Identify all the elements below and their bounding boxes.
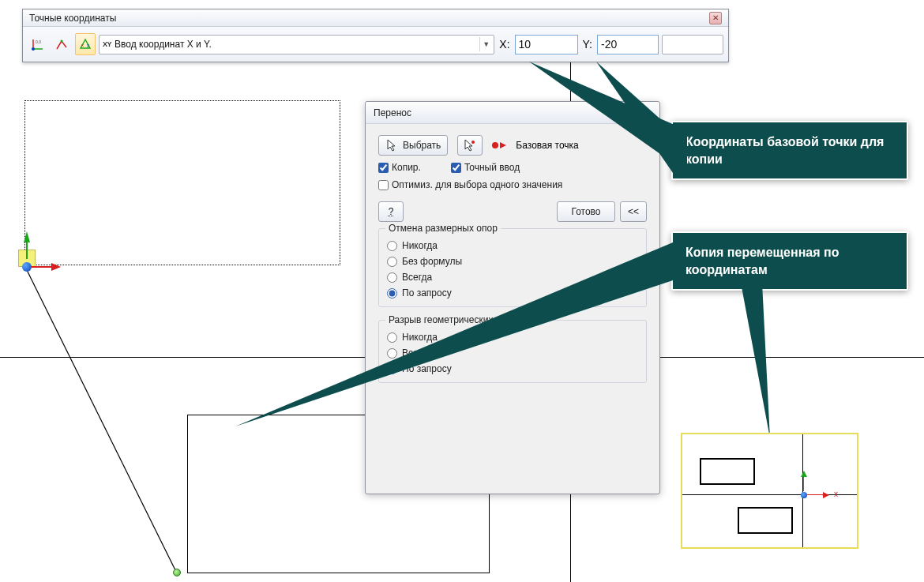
canvas-axis-v-bottom	[570, 494, 571, 582]
help-button[interactable]: ?	[378, 201, 404, 222]
mode-rel-icon[interactable]	[51, 33, 72, 55]
preview-rect-bottom	[738, 507, 793, 534]
done-button[interactable]: Готово	[557, 201, 615, 222]
g1-opt-3-label: По запросу	[402, 287, 452, 299]
select-button[interactable]: Выбрать	[378, 135, 448, 156]
move-dialog: Перенос Выбрать Базовая точка Копир. Точ…	[365, 101, 660, 494]
preview-rect-top	[700, 458, 755, 485]
canvas-axis-h-left	[0, 357, 365, 358]
copy-cb-label: Копир.	[392, 162, 421, 173]
done-button-label: Готово	[571, 206, 600, 217]
canvas-axis-v-top	[570, 62, 571, 101]
g1-opt-2[interactable]: Всегда	[387, 272, 638, 283]
g1-opt-0-label: Никогда	[402, 240, 438, 251]
y-label: Y:	[581, 38, 594, 51]
mode-polar-icon[interactable]: xy	[75, 33, 96, 55]
combo-text: Ввод координат X и Y.	[115, 39, 479, 50]
group-break-geometric: Разрыв геометрических опор Никогда Всегд…	[378, 320, 647, 383]
g1-opt-3[interactable]: По запросу	[387, 287, 638, 299]
g1-opt-0[interactable]: Никогда	[387, 240, 638, 251]
svg-marker-11	[741, 283, 770, 438]
g2-opt-2[interactable]: По запросу	[387, 363, 638, 374]
g1-opt-1-label: Без формулы	[402, 256, 462, 267]
g2-opt-0-label: Никогда	[402, 332, 438, 343]
exact-checkbox-input[interactable]	[451, 163, 461, 173]
x-label: X:	[498, 38, 511, 51]
g2-opt-0[interactable]: Никогда	[387, 332, 638, 343]
close-icon[interactable]: ✕	[709, 12, 722, 24]
group-cancel-dimensions: Отмена размерных опор Никогда Без формул…	[378, 228, 647, 307]
g1-opt-2-label: Всегда	[402, 272, 432, 283]
dialog-title: Перенос	[374, 107, 411, 118]
trailing-field[interactable]	[662, 35, 723, 54]
coord-mode-combo[interactable]: XY Ввод координат X и Y. ▼	[99, 35, 494, 54]
preview-box: x	[681, 433, 858, 549]
svg-line-0	[24, 265, 177, 573]
callout-bottom: Копия перемещенная по координатам	[671, 231, 908, 291]
toolbar-titlebar[interactable]: Точные координаты ✕	[23, 9, 728, 27]
help-icon: ?	[389, 206, 394, 217]
group1-legend: Отмена размерных опор	[385, 223, 501, 234]
pick-cursor-button[interactable]	[457, 135, 483, 156]
svg-point-1	[32, 47, 35, 51]
mode-abs-icon[interactable]: 0,0	[28, 33, 48, 55]
canvas-axis-h-right	[660, 357, 924, 358]
original-rect-dotted	[24, 100, 340, 265]
optimize-checkbox-input[interactable]	[378, 180, 389, 190]
drag-end-point	[173, 569, 181, 576]
svg-text:0,0: 0,0	[36, 39, 41, 44]
optimize-cb-label: Оптимиз. для выбора одного значения	[392, 179, 562, 190]
toolbar-body: 0,0 xy XY Ввод координат X и Y. ▼ X: Y:	[23, 27, 728, 62]
g2-opt-1-label: Всегда	[402, 347, 432, 359]
toolbar-title: Точные координаты	[29, 13, 116, 24]
copy-checkbox[interactable]: Копир.	[378, 162, 421, 173]
g2-opt-2-label: По запросу	[402, 363, 452, 374]
select-button-label: Выбрать	[403, 140, 441, 151]
svg-text:x: x	[81, 43, 84, 47]
x-input[interactable]	[515, 35, 578, 54]
group2-legend: Разрыв геометрических опор	[385, 314, 520, 325]
preview-axis-h	[682, 494, 857, 495]
svg-text:y: y	[87, 43, 89, 47]
collapse-button-label: <<	[628, 206, 639, 217]
optimize-checkbox[interactable]: Оптимиз. для выбора одного значения	[378, 179, 647, 190]
exact-checkbox[interactable]: Точный ввод	[451, 162, 520, 173]
g1-opt-1[interactable]: Без формулы	[387, 256, 638, 267]
g2-opt-1[interactable]: Всегда	[387, 347, 638, 359]
svg-point-7	[471, 141, 475, 144]
dialog-titlebar[interactable]: Перенос	[366, 102, 659, 124]
exact-cb-label: Точный ввод	[464, 162, 520, 173]
collapse-button[interactable]: <<	[620, 201, 647, 222]
preview-x-label: x	[834, 490, 838, 498]
chevron-down-icon[interactable]: ▼	[479, 37, 492, 51]
copy-checkbox-input[interactable]	[378, 163, 389, 173]
toolbar-window: Точные координаты ✕ 0,0 xy XY Ввод коорд…	[22, 9, 729, 62]
svg-point-3	[61, 40, 63, 43]
xy-icon: XY	[103, 40, 111, 48]
base-point-label: Базовая точка	[516, 140, 578, 151]
callout-top: Координаты базовой точки для копии	[671, 121, 908, 180]
base-point-icon	[492, 142, 506, 148]
y-input[interactable]	[597, 35, 659, 54]
